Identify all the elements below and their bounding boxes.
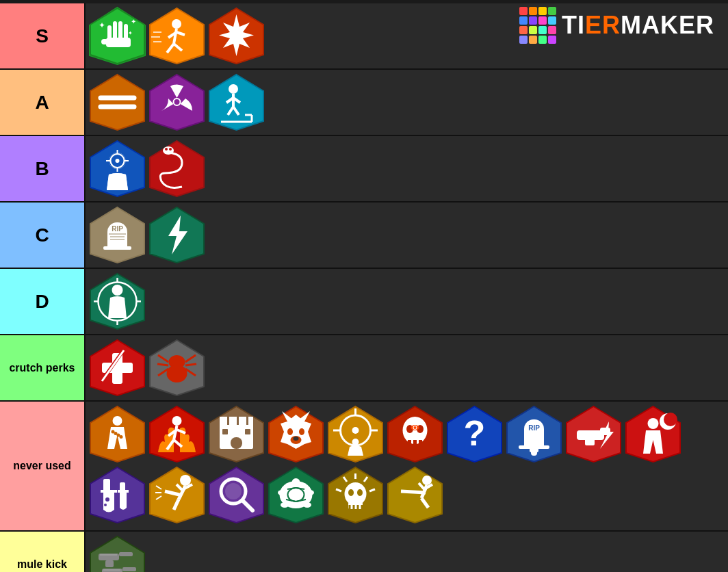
svg-point-171 <box>225 483 242 499</box>
svg-text:✦: ✦ <box>99 21 105 30</box>
tier-items-mule <box>86 532 728 572</box>
svg-point-160 <box>180 475 191 486</box>
svg-rect-109 <box>245 429 250 434</box>
svg-rect-107 <box>231 437 242 449</box>
perk-wolf[interactable] <box>267 404 325 464</box>
svg-point-200 <box>422 476 432 485</box>
svg-point-158 <box>104 504 107 506</box>
perk-soldier[interactable] <box>88 404 146 464</box>
perk-whos-who[interactable] <box>88 272 146 331</box>
svg-rect-131 <box>419 440 422 445</box>
svg-rect-11 <box>106 38 131 47</box>
svg-rect-104 <box>229 417 237 426</box>
svg-rect-108 <box>222 429 228 434</box>
svg-point-182 <box>306 490 314 495</box>
perk-spider[interactable] <box>148 338 206 398</box>
svg-point-124 <box>352 439 359 445</box>
perk-fly-kick[interactable] <box>386 465 444 525</box>
svg-marker-154 <box>90 467 144 523</box>
perk-castle[interactable] <box>207 404 265 464</box>
perk-rip-blue[interactable]: RIP <box>505 404 563 464</box>
tier-label-never: never used <box>0 402 86 530</box>
perk-speed-cola[interactable] <box>207 73 265 132</box>
svg-point-33 <box>174 99 180 105</box>
svg-point-17 <box>172 19 181 29</box>
perk-fire-runner[interactable] <box>148 404 206 464</box>
svg-marker-6 <box>90 8 144 64</box>
perk-explode-skull[interactable] <box>326 465 385 525</box>
tier-row-crutch: crutch perks <box>0 335 728 402</box>
svg-rect-9 <box>118 21 122 40</box>
svg-marker-28 <box>90 75 144 130</box>
perk-magnify[interactable] <box>207 465 265 525</box>
tier-items-crutch <box>86 335 728 400</box>
perk-double-tap[interactable] <box>88 73 146 132</box>
tiermaker-logo: TiERMAKER <box>519 7 714 44</box>
svg-point-134 <box>414 426 417 429</box>
tier-items-a <box>86 70 728 135</box>
svg-point-112 <box>299 428 304 435</box>
svg-rect-105 <box>239 417 246 426</box>
svg-marker-199 <box>388 467 442 523</box>
svg-point-88 <box>113 416 122 426</box>
tier-row-mule: mule kick <box>0 532 728 572</box>
svg-text:✦: ✦ <box>131 18 136 25</box>
svg-text:?: ? <box>464 413 486 453</box>
perk-electric-cherry[interactable] <box>148 205 206 265</box>
svg-point-111 <box>287 428 293 435</box>
svg-point-67 <box>112 285 123 296</box>
svg-point-116 <box>294 437 299 441</box>
svg-rect-8 <box>113 21 117 40</box>
perk-lightning-gun[interactable] <box>564 404 623 464</box>
perk-stamin-up[interactable] <box>148 6 206 66</box>
tier-row-never: never used <box>0 402 728 532</box>
perk-slide-kick[interactable] <box>148 465 206 525</box>
logo-grid <box>519 7 556 44</box>
svg-point-157 <box>105 497 109 502</box>
tier-items-c: RIP <box>86 203 728 268</box>
perk-turtle[interactable] <box>267 465 325 525</box>
perk-dual-pistols[interactable] <box>88 534 146 572</box>
svg-marker-94 <box>150 406 204 462</box>
svg-point-80 <box>167 365 187 382</box>
logo-text: TiERMAKER <box>562 11 714 40</box>
svg-point-54 <box>163 146 174 155</box>
svg-rect-64 <box>103 246 131 250</box>
svg-marker-16 <box>150 8 204 64</box>
tier-row-a: A <box>0 70 728 136</box>
svg-point-188 <box>348 489 354 496</box>
svg-rect-12 <box>101 39 108 44</box>
svg-point-93 <box>120 435 123 439</box>
svg-point-189 <box>357 489 363 496</box>
tier-row-d: D <box>0 269 728 335</box>
perk-tombstone[interactable] <box>148 139 206 198</box>
perk-sniper-scope[interactable] <box>326 404 385 464</box>
svg-text:RIP: RIP <box>112 225 123 233</box>
perk-moon-figure[interactable] <box>624 404 682 464</box>
svg-rect-59 <box>107 236 127 246</box>
svg-point-35 <box>229 84 238 94</box>
svg-rect-144 <box>536 447 538 452</box>
perk-chemistry[interactable] <box>88 465 146 525</box>
perk-quick-revive[interactable]: 🤚 <box>88 6 146 66</box>
tier-label-mule: mule kick <box>0 532 86 572</box>
svg-point-186 <box>345 482 367 506</box>
svg-rect-209 <box>105 560 114 567</box>
svg-point-95 <box>172 416 182 426</box>
perk-juggernog[interactable] <box>207 6 265 66</box>
perk-deadshot[interactable] <box>88 139 146 198</box>
perk-phd[interactable] <box>148 73 206 132</box>
svg-line-85 <box>185 364 196 365</box>
svg-point-153 <box>664 413 677 426</box>
tier-items-b <box>86 136 728 201</box>
perk-phd-flopper[interactable] <box>88 338 146 398</box>
perk-question-mark[interactable]: ? <box>445 404 504 464</box>
svg-point-48 <box>116 159 120 163</box>
svg-point-56 <box>169 148 172 151</box>
tier-items-never: ? RIP <box>86 402 728 530</box>
tier-label-d: D <box>0 269 86 334</box>
svg-rect-148 <box>585 439 595 445</box>
perk-eye-skull[interactable] <box>386 404 444 464</box>
perk-tombstone-c[interactable]: RIP <box>88 205 146 265</box>
svg-rect-143 <box>530 447 532 452</box>
